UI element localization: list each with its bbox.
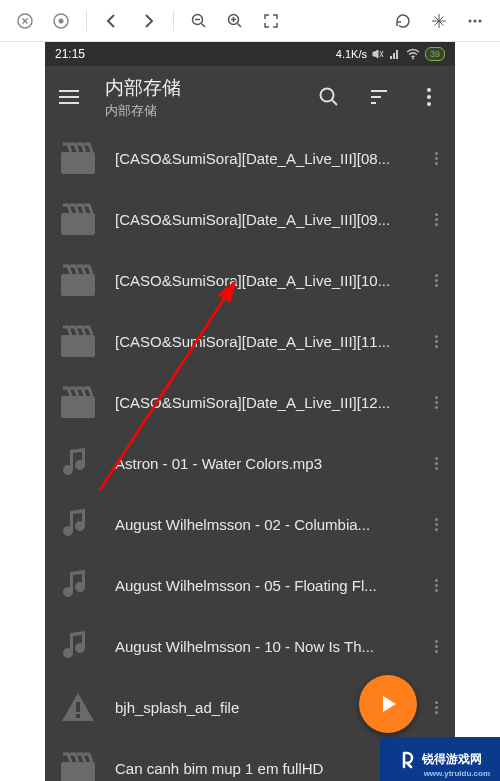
wifi-icon bbox=[406, 48, 420, 60]
audio-file-icon bbox=[57, 504, 99, 546]
svg-rect-15 bbox=[76, 702, 80, 712]
mute-icon bbox=[372, 48, 384, 60]
svg-rect-13 bbox=[61, 335, 95, 357]
file-name: August Wilhelmsson - 05 - Floating Fl... bbox=[115, 577, 427, 594]
divider bbox=[86, 11, 87, 31]
file-row[interactable]: [CASO&SumiSora][Date_A_Live_III][08... bbox=[45, 128, 455, 189]
svg-rect-14 bbox=[61, 396, 95, 418]
file-name: August Wilhelmsson - 02 - Columbia... bbox=[115, 516, 427, 533]
stop-circle-icon[interactable] bbox=[46, 6, 76, 36]
svg-rect-12 bbox=[61, 274, 95, 296]
file-more-icon[interactable] bbox=[427, 640, 445, 653]
file-more-icon[interactable] bbox=[427, 335, 445, 348]
svg-rect-10 bbox=[61, 152, 95, 174]
video-file-icon bbox=[57, 199, 99, 241]
phone-screen: 21:15 4.1K/s 39 内部存储 内部存储 [CASO&SumiSo bbox=[45, 42, 455, 781]
svg-rect-11 bbox=[61, 213, 95, 235]
file-row[interactable]: August Wilhelmsson - 02 - Columbia... bbox=[45, 494, 455, 555]
svg-point-2 bbox=[59, 18, 64, 23]
svg-point-6 bbox=[474, 19, 477, 22]
file-more-icon[interactable] bbox=[427, 152, 445, 165]
file-row[interactable]: August Wilhelmsson - 10 - Now Is Th... bbox=[45, 616, 455, 677]
status-bar: 21:15 4.1K/s 39 bbox=[45, 42, 455, 66]
video-file-icon bbox=[57, 382, 99, 424]
sparkle-icon[interactable] bbox=[424, 6, 454, 36]
file-row[interactable]: [CASO&SumiSora][Date_A_Live_III][12... bbox=[45, 372, 455, 433]
forward-arrow-icon[interactable] bbox=[133, 6, 163, 36]
signal-icon bbox=[389, 48, 401, 60]
file-name: [CASO&SumiSora][Date_A_Live_III][08... bbox=[115, 150, 427, 167]
more-vertical-icon[interactable] bbox=[417, 85, 441, 109]
page-subtitle: 内部存储 bbox=[105, 102, 317, 120]
file-more-icon[interactable] bbox=[427, 518, 445, 531]
svg-point-9 bbox=[321, 89, 334, 102]
file-more-icon[interactable] bbox=[427, 396, 445, 409]
battery-icon: 39 bbox=[425, 47, 445, 61]
file-row[interactable]: [CASO&SumiSora][Date_A_Live_III][11... bbox=[45, 311, 455, 372]
rotate-icon[interactable] bbox=[388, 6, 418, 36]
svg-rect-17 bbox=[61, 762, 95, 782]
file-more-icon[interactable] bbox=[427, 274, 445, 287]
file-name: [CASO&SumiSora][Date_A_Live_III][12... bbox=[115, 394, 427, 411]
file-name: August Wilhelmsson - 10 - Now Is Th... bbox=[115, 638, 427, 655]
watermark-text: 锐得游戏网 bbox=[422, 751, 482, 768]
video-file-icon bbox=[57, 260, 99, 302]
file-name: [CASO&SumiSora][Date_A_Live_III][09... bbox=[115, 211, 427, 228]
close-circle-icon[interactable] bbox=[10, 6, 40, 36]
status-time: 21:15 bbox=[55, 47, 85, 61]
sort-icon[interactable] bbox=[367, 85, 391, 109]
top-toolbar bbox=[0, 0, 500, 42]
file-row[interactable]: Astron - 01 - Water Colors.mp3 bbox=[45, 433, 455, 494]
file-name: [CASO&SumiSora][Date_A_Live_III][10... bbox=[115, 272, 427, 289]
zoom-in-icon[interactable] bbox=[220, 6, 250, 36]
fullscreen-icon[interactable] bbox=[256, 6, 286, 36]
svg-point-5 bbox=[469, 19, 472, 22]
audio-file-icon bbox=[57, 565, 99, 607]
status-netspeed: 4.1K/s bbox=[336, 48, 367, 60]
file-more-icon[interactable] bbox=[427, 457, 445, 470]
file-row[interactable]: [CASO&SumiSora][Date_A_Live_III][09... bbox=[45, 189, 455, 250]
play-fab-button[interactable] bbox=[359, 675, 417, 733]
video-file-icon bbox=[57, 321, 99, 363]
svg-point-8 bbox=[412, 58, 414, 60]
file-more-icon[interactable] bbox=[427, 213, 445, 226]
file-row[interactable]: [CASO&SumiSora][Date_A_Live_III][10... bbox=[45, 250, 455, 311]
search-icon[interactable] bbox=[317, 85, 341, 109]
file-more-icon[interactable] bbox=[427, 701, 445, 714]
svg-point-7 bbox=[479, 19, 482, 22]
audio-file-icon bbox=[57, 626, 99, 668]
back-arrow-icon[interactable] bbox=[97, 6, 127, 36]
page-title: 内部存储 bbox=[105, 75, 317, 101]
video-file-icon bbox=[57, 138, 99, 180]
warn-file-icon bbox=[57, 687, 99, 729]
file-more-icon[interactable] bbox=[427, 579, 445, 592]
zoom-out-icon[interactable] bbox=[184, 6, 214, 36]
video-file-icon bbox=[57, 748, 99, 782]
divider bbox=[173, 11, 174, 31]
file-name: Astron - 01 - Water Colors.mp3 bbox=[115, 455, 427, 472]
menu-icon[interactable] bbox=[59, 85, 83, 109]
app-header: 内部存储 内部存储 bbox=[45, 66, 455, 128]
watermark-url: www.ytruidu.com bbox=[424, 769, 490, 778]
file-name: [CASO&SumiSora][Date_A_Live_III][11... bbox=[115, 333, 427, 350]
audio-file-icon bbox=[57, 443, 99, 485]
watermark: 锐得游戏网 www.ytruidu.com bbox=[380, 737, 500, 781]
svg-rect-16 bbox=[76, 714, 80, 718]
more-horizontal-icon[interactable] bbox=[460, 6, 490, 36]
file-row[interactable]: August Wilhelmsson - 05 - Floating Fl... bbox=[45, 555, 455, 616]
